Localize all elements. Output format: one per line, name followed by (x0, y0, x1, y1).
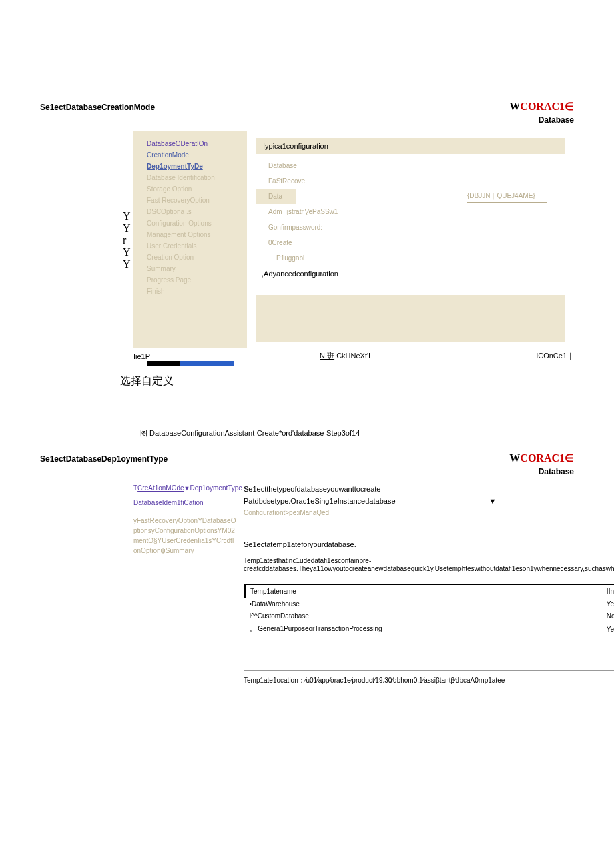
sidebar3-db-identification[interactable]: DatabaseIdem1fiCation (133, 498, 237, 508)
brand-block: WCORAC1∈ Database (509, 100, 574, 125)
sidebar-item-fast-recovery: Fast RecoveryOption (137, 195, 243, 206)
sidebar-item-deployment-type[interactable]: Dep1oymentTyDe (137, 161, 243, 172)
beige-box (256, 295, 565, 342)
dbjjn-field: {DBJJN｜QUEJ4AME} (467, 191, 547, 203)
admin-password-label: Adm∣ijstratr∖∕ePaSSw1 (256, 204, 565, 220)
brand-subtitle-3: Database (509, 467, 574, 476)
sidebar-item-dsc-options: DSCOptiona .s (137, 206, 243, 218)
chinese-caption: 选择自定义 (120, 374, 574, 388)
wizard-panel: Y Y r Y Y DatabaseODeratIOn CreationMode… (133, 131, 574, 348)
wizard-main-3: Se1ectthetypeofdatabaseyouwanttocreate P… (244, 483, 614, 685)
sidebar-item-db-identification: Database Identification (137, 172, 243, 183)
pluggabi-label: P1uggabi (256, 250, 565, 266)
sidebar3-creation-deployment[interactable]: TCreAt1onMOde▼Dep1oymentType： (133, 483, 237, 494)
sidebar-item-database-operation[interactable]: DatabaseODeratIOn (137, 138, 243, 149)
page-title-3: Se1ectDatabaseDep1oymentType (40, 454, 168, 464)
progress-black (147, 361, 180, 366)
sidebar-item-finish: Finish (137, 286, 243, 297)
db-type-row: Patdbdsetype.Orac1eSing1eInstancedatabas… (244, 495, 614, 507)
sidebar-item-progress-page: Progress Page (137, 274, 243, 286)
database-field-label: Database (256, 158, 565, 173)
cell-inc: No (603, 610, 614, 622)
db-type-value: Patdbdsetype.Orac1eSing1eInstancedatabas… (244, 497, 396, 505)
create-label: 0Create (256, 235, 565, 250)
th-template-name: Temp1atename (246, 585, 603, 598)
wizard-footer: Iie1P N 班 CkHNeXt'I ICOnCe1｜ (133, 351, 574, 361)
brand-logo: WCORAC1∈ (509, 100, 574, 113)
wizard-step-3: 图 DatabaseConfigurationAssistant-Create*… (40, 428, 574, 685)
confirm-password-label: Gonfirmpassword: (256, 220, 565, 235)
figure-caption: 图 DatabaseConfigurationAssistant-Create*… (140, 428, 574, 438)
typical-config-label: Iypica1configuration (263, 142, 328, 150)
cell-name: I^^CustomDatabase (246, 610, 603, 622)
help-button[interactable]: Iie1P (133, 352, 154, 360)
wizard-sidebar-3: TCreAt1onMOde▼Dep1oymentType： DatabaseId… (133, 483, 244, 685)
table-row[interactable]: •DataWarehouse Yes VieWdetai1s (246, 598, 615, 610)
sidebar3-remaining-steps: yFastRecoveryOptionYDatabaseOptionsyConf… (133, 516, 237, 556)
brand-block-3: WCORAC1∈ Database (509, 452, 574, 476)
wizard-step-2: Se1ectDatabaseCreationMode WCORAC1∈ Data… (40, 100, 574, 388)
template-table-container: Temp1atename IInc1udedatafi1es Detai1s •… (244, 580, 614, 671)
sidebar-item-config-options: Configuration Options (137, 218, 243, 229)
cancel-button[interactable]: ICOnCe1｜ (536, 351, 574, 361)
back-next-buttons[interactable]: N 班 CkHNeXt'I (320, 351, 370, 361)
header-row-3: Se1ectDatabaseDep1oymentType WCORAC1∈ Da… (40, 452, 574, 476)
sidebar-item-summary: Summary (137, 263, 243, 274)
template-description: Temp1atesthatinc1udedatafi1escontainpre-… (244, 557, 614, 573)
template-table: Temp1atename IInc1udedatafi1es Detai1s •… (244, 584, 614, 636)
brand-logo-3: WCORAC1∈ (509, 452, 574, 464)
cell-inc: Yes (603, 598, 614, 610)
data-label: Data (256, 189, 296, 204)
wizard-main: Iypica1configuration {DBJJN｜QUEJ4AME} Da… (247, 131, 574, 348)
cell-inc: Yes (603, 622, 614, 636)
header-row: Se1ectDatabaseCreationMode WCORAC1∈ Data… (40, 100, 574, 125)
sidebar-item-creation-option: Creation Option (137, 252, 243, 263)
brand-subtitle: Database (509, 115, 574, 125)
th-include-datafiles: IInc1udedatafi1es (603, 585, 614, 598)
typical-config-option[interactable]: Iypica1configuration (256, 138, 565, 154)
progress-bar (147, 361, 280, 366)
advanced-config-option[interactable]: ,Adyancedconfiguration (256, 266, 565, 282)
template-location: Temp1ate1ocation：∕u01∕app∕orac1e∕product… (244, 676, 614, 685)
select-template-label: Se1ectatemp1ateforyourdatabase. (244, 538, 614, 550)
table-header-row: Temp1atename IInc1udedatafi1es Detai1s (246, 585, 615, 598)
sidebar-marks: Y Y r Y Y (123, 210, 131, 270)
sidebar-item-storage-option: Storage Option (137, 183, 243, 195)
page-title: Se1ectDatabaseCreationMode (40, 103, 155, 112)
table-row[interactable]: 。 Genera1PurposeorTransactionProcessing … (246, 622, 615, 636)
sidebar-item-mgmt-options: Management Options (137, 229, 243, 240)
table-row[interactable]: I^^CustomDatabase No VIeWdettI1s (246, 610, 615, 622)
select-type-label: Se1ectthetypeofdatabaseyouwanttocreate (244, 483, 614, 495)
sidebar-item-user-credentials: User Credentials (137, 240, 243, 252)
fast-recove-label: FaStRecove (256, 173, 565, 189)
progress-blue (180, 361, 234, 366)
config-type-label: Configurationt>pe:iManaQed (244, 507, 614, 518)
wizard-sidebar: Y Y r Y Y DatabaseODeratIOn CreationMode… (133, 131, 247, 348)
cell-name: 。 Genera1PurposeorTransactionProcessing (246, 622, 603, 636)
dropdown-arrow-icon[interactable]: ▼ (489, 497, 497, 505)
cell-name: •DataWarehouse (246, 598, 603, 610)
wizard-panel-3: TCreAt1onMOde▼Dep1oymentType： DatabaseId… (133, 483, 574, 685)
sidebar-item-creation-mode[interactable]: CreationMode (137, 149, 243, 161)
